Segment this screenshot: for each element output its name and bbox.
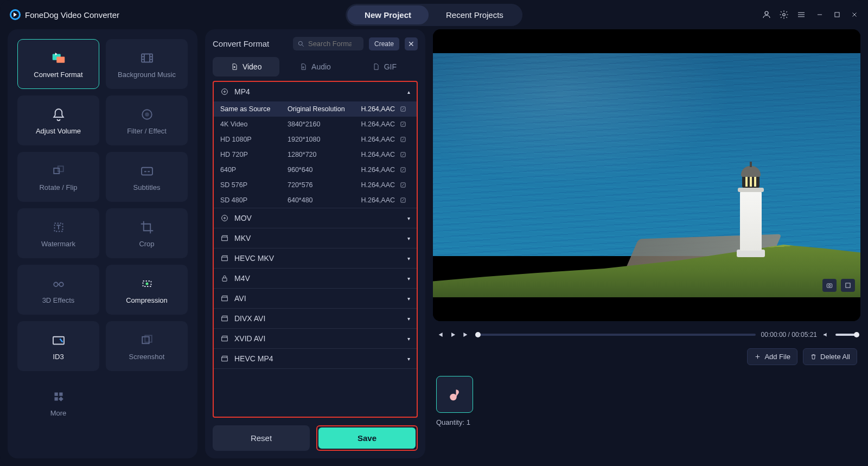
edit-icon[interactable] bbox=[399, 120, 407, 128]
format-group-mov[interactable]: MOV ▾ bbox=[214, 208, 417, 228]
timeline-slider[interactable] bbox=[475, 334, 756, 336]
reset-button[interactable]: Reset bbox=[213, 425, 310, 451]
preset-resolution: Original Resolution bbox=[288, 105, 361, 113]
tool-rotate-flip[interactable]: Rotate / Flip bbox=[17, 152, 99, 202]
preview-panel: 00:00:00 / 00:05:21 Add File Delete All bbox=[433, 29, 860, 458]
preset-row[interactable]: 640P 960*640 H.264,AAC bbox=[214, 162, 417, 177]
edit-icon[interactable] bbox=[399, 136, 407, 143]
player-controls: 00:00:00 / 00:05:21 bbox=[433, 327, 860, 343]
format-group-xvid avi[interactable]: XVID AVI ▾ bbox=[214, 329, 417, 348]
snapshot-button[interactable] bbox=[822, 279, 837, 292]
close-icon[interactable] bbox=[851, 11, 858, 18]
window-controls bbox=[762, 10, 858, 20]
glasses-icon bbox=[50, 276, 67, 292]
edit-icon[interactable] bbox=[399, 181, 407, 189]
format-group-mkv[interactable]: MKV ▾ bbox=[214, 228, 417, 248]
format-tab-audio[interactable]: Audio bbox=[282, 57, 348, 76]
edit-icon[interactable] bbox=[399, 105, 407, 113]
account-icon[interactable] bbox=[762, 10, 771, 20]
tool-subtitles[interactable]: Subtitles bbox=[106, 152, 188, 202]
preset-row[interactable]: 4K Video 3840*2160 H.264,AAC bbox=[214, 117, 417, 132]
tool-label: Filter / Effect bbox=[127, 127, 167, 135]
next-track-icon[interactable] bbox=[462, 331, 470, 339]
format-group-m4v[interactable]: M4V ▾ bbox=[214, 269, 417, 288]
gear-icon[interactable] bbox=[779, 10, 789, 20]
chevron-down-icon: ▾ bbox=[407, 256, 410, 261]
create-button[interactable]: Create bbox=[369, 37, 399, 50]
chevron-down-icon: ▾ bbox=[407, 235, 410, 241]
preset-row[interactable]: HD 720P 1280*720 H.264,AAC bbox=[214, 147, 417, 162]
tab-recent-projects[interactable]: Recent Projects bbox=[429, 5, 521, 24]
format-list[interactable]: MP4 ▴ Same as Source Original Resolution… bbox=[213, 81, 418, 418]
format-group-avi[interactable]: AVI ▾ bbox=[214, 289, 417, 308]
play-icon[interactable] bbox=[449, 331, 457, 339]
format-icon bbox=[220, 234, 229, 242]
format-group-hevc mp4[interactable]: HEVC MP4 ▾ bbox=[214, 349, 417, 368]
svg-point-25 bbox=[222, 89, 228, 95]
grid-icon bbox=[50, 388, 67, 405]
volume-icon[interactable] bbox=[822, 331, 830, 339]
svg-point-15 bbox=[145, 282, 148, 285]
tool-watermark[interactable]: Watermark bbox=[17, 208, 99, 258]
tool-adjust-volume[interactable]: Adjust Volume bbox=[17, 95, 99, 145]
format-group-hevc mkv[interactable]: HEVC MKV ▾ bbox=[214, 248, 417, 268]
svg-point-1 bbox=[783, 14, 786, 16]
add-file-button[interactable]: Add File bbox=[747, 348, 797, 365]
prev-track-icon[interactable] bbox=[436, 331, 444, 339]
tool-crop[interactable]: Crop bbox=[106, 208, 188, 258]
menu-icon[interactable] bbox=[796, 10, 806, 20]
edit-icon[interactable] bbox=[399, 151, 407, 158]
preset-row[interactable]: SD 480P 640*480 H.264,AAC bbox=[214, 193, 417, 208]
tool-background-music[interactable]: Background Music bbox=[106, 39, 188, 89]
format-icon bbox=[220, 334, 229, 343]
preset-row[interactable]: HD 1080P 1920*1080 H.264,AAC bbox=[214, 132, 417, 147]
format-group-divx avi[interactable]: DIVX AVI ▾ bbox=[214, 309, 417, 328]
close-panel-button[interactable]: ✕ bbox=[405, 37, 418, 50]
preset-codec: H.264,AAC bbox=[361, 151, 399, 158]
volume-slider[interactable] bbox=[835, 334, 857, 336]
edit-icon[interactable] bbox=[399, 196, 407, 204]
maximize-icon[interactable] bbox=[833, 11, 841, 18]
tool-filter-effect[interactable]: Filter / Effect bbox=[106, 95, 188, 145]
tool-convert-format[interactable]: Convert Format bbox=[17, 39, 99, 89]
title-bar: FoneDog Video Converter New Project Rece… bbox=[0, 0, 868, 29]
search-input[interactable] bbox=[308, 40, 352, 48]
tab-new-project[interactable]: New Project bbox=[347, 5, 429, 24]
svg-point-34 bbox=[222, 215, 228, 221]
preset-name: 640P bbox=[220, 166, 288, 174]
fullscreen-button[interactable] bbox=[841, 279, 855, 292]
clip-thumbnail[interactable] bbox=[436, 376, 473, 413]
tool-compression[interactable]: Compression bbox=[106, 265, 188, 315]
format-tab-gif[interactable]: GIF bbox=[351, 57, 418, 76]
svg-point-12 bbox=[54, 282, 58, 286]
music-note-icon bbox=[446, 386, 463, 403]
video-file-icon bbox=[231, 63, 238, 71]
preset-resolution: 1920*1080 bbox=[288, 136, 361, 143]
save-highlight: Save bbox=[316, 425, 418, 451]
tool-3d-effects[interactable]: 3D Effects bbox=[17, 265, 99, 315]
video-preview[interactable] bbox=[433, 29, 860, 321]
preset-name: HD 1080P bbox=[220, 136, 288, 143]
chevron-down-icon: ▾ bbox=[407, 276, 410, 282]
format-icon bbox=[220, 254, 229, 263]
project-tabs: New Project Recent Projects bbox=[346, 4, 522, 26]
svg-rect-19 bbox=[54, 392, 58, 395]
tool-id3[interactable]: ID3 bbox=[17, 321, 99, 371]
save-button[interactable]: Save bbox=[318, 427, 416, 449]
format-group-mp4[interactable]: MP4 ▴ bbox=[214, 82, 417, 101]
delete-all-button[interactable]: Delete All bbox=[803, 348, 857, 365]
tool-more[interactable]: More bbox=[17, 378, 99, 427]
time-display: 00:00:00 / 00:05:21 bbox=[761, 331, 817, 339]
tool-label: Subtitles bbox=[133, 183, 161, 191]
subtitles-icon bbox=[139, 163, 155, 179]
svg-point-26 bbox=[224, 91, 226, 93]
tool-screenshot[interactable]: Screenshot bbox=[106, 321, 188, 371]
tool-label: 3D Effects bbox=[42, 296, 75, 304]
lighthouse-icon bbox=[733, 165, 768, 257]
format-tab-video[interactable]: Video bbox=[213, 57, 279, 76]
preset-row[interactable]: Same as Source Original Resolution H.264… bbox=[214, 101, 417, 117]
preset-row[interactable]: SD 576P 720*576 H.264,AAC bbox=[214, 177, 417, 193]
edit-icon[interactable] bbox=[399, 166, 407, 174]
minimize-icon[interactable] bbox=[816, 11, 824, 18]
search-format[interactable] bbox=[293, 37, 363, 50]
